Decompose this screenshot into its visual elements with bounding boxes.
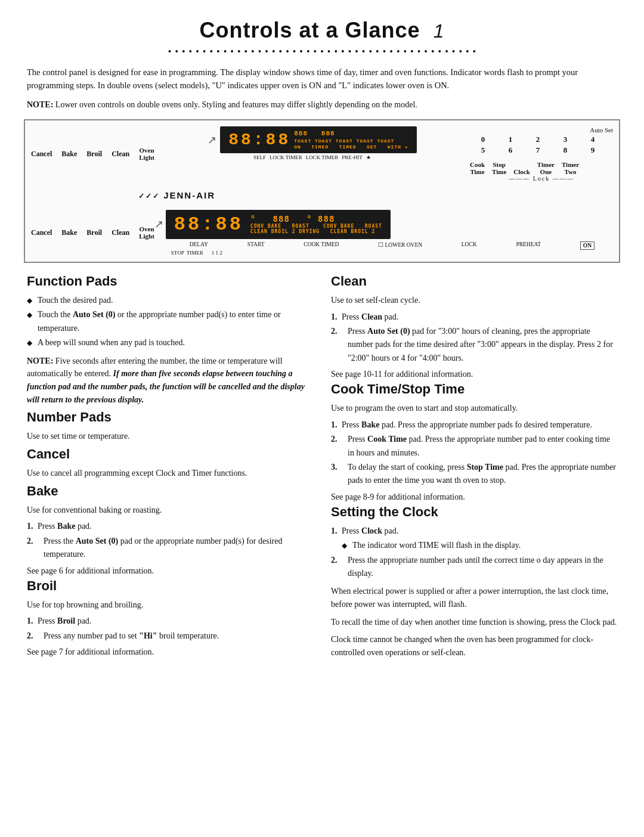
- diagram-center-top: ↗ 88:88 888 888 TOAST TOAST TOAST TOAST …: [154, 126, 470, 182]
- section-function-pads: Function Pads Touch the desired pad. Tou…: [27, 274, 313, 406]
- lbl-lower-oven: ☐ LOWER OVEN: [378, 241, 422, 250]
- broil-body: Use for top browning and broiling.: [27, 599, 313, 612]
- lbl-start: START: [247, 241, 265, 250]
- left-column: Function Pads Touch the desired pad. Tou…: [27, 274, 313, 663]
- bake-step-2: 2.Press the Auto Set (0) pad or the appr…: [27, 535, 313, 562]
- brand-row: ✓✓✓ JENN-AIR: [31, 185, 613, 206]
- bake-title: Bake: [27, 483, 313, 499]
- fp-note: NOTE: Five seconds after entering the nu…: [27, 355, 313, 407]
- broil-step-2: 2.Press any number pad to set "Hi" broil…: [27, 630, 313, 643]
- section-broil: Broil Use for top browning and broiling.…: [27, 578, 313, 657]
- label-ovenlight-2: OvenLight: [139, 225, 154, 240]
- clock-body-2: When electrical power is supplied or aft…: [331, 585, 617, 610]
- numpad-8: 8: [552, 145, 578, 155]
- numpad-top-row: 0 1 2 3 4: [470, 135, 613, 144]
- diagram-top-row: Cancel Bake Broil Clean OvenLight ↗ 88:8…: [31, 126, 613, 182]
- label-broil-1: Broil: [86, 150, 102, 159]
- ct-step-1: 1.Press Bake pad. Press the appropriate …: [331, 418, 617, 432]
- fp-bullet-2: Touch the Auto Set (0) or the appropriat…: [27, 308, 313, 335]
- autoset-label: Auto Set: [470, 126, 613, 134]
- label-clean-2: Clean: [112, 228, 129, 237]
- fp-italic: If more than five seconds elapse between…: [27, 369, 305, 404]
- diagram-bottom-row: Cancel Bake Broil Clean OvenLight ↗ 88:8…: [31, 210, 613, 256]
- display-segments: 888 888 TOAST TOAST TOAST TOAST TOASTON …: [294, 130, 408, 150]
- note-paragraph: NOTE: Lower oven controls on double oven…: [24, 98, 620, 111]
- lbl-on-btn: ON: [580, 241, 595, 250]
- func-cook-time: CookTime: [470, 161, 485, 175]
- bottom-labels: DELAY START COOK TIMED ☐ LOWER OVEN LOCK…: [154, 241, 613, 250]
- cook-time-body: Use to program the oven to start and sto…: [331, 402, 617, 415]
- display-time: 88:88: [228, 131, 290, 149]
- right-column: Clean Use to set self-clean cycle. 1.Pre…: [331, 274, 617, 663]
- diagram-right: Auto Set 0 1 2 3 4 5 6 7 8 9 CookTime St…: [470, 126, 613, 182]
- ct-step-2: 2.Press Cook Time pad. Press the appropr…: [331, 433, 617, 460]
- diagram-labels-left: Cancel Bake Broil Clean OvenLight: [31, 126, 154, 182]
- broil-title: Broil: [27, 578, 313, 594]
- lbl-lock: LOCK: [462, 241, 477, 250]
- clock-steps: 1.Press Clock pad. The indicator word TI…: [331, 525, 617, 581]
- clean-step-1: 1.Press Clean pad.: [331, 311, 617, 324]
- diagram-center-bottom: ↗ 88:88 ° 888 ° 888 CONV BAKE ROAST CONV…: [154, 210, 613, 256]
- decorative-dots-row: ••••• ••••• ••••• ••••• ••••• ••••• ••••…: [24, 46, 620, 57]
- clock-bullet-1: The indicator word TIME will flash in th…: [342, 539, 617, 552]
- label-bake-2: Bake: [61, 228, 77, 237]
- segment-mid-2: 888: [318, 214, 335, 224]
- lbl-preheat: PREHEAT: [516, 241, 541, 250]
- brand-label: ✓✓✓ JENN-AIR: [138, 190, 215, 200]
- diagram-labels-left-2: Cancel Bake Broil Clean OvenLight: [31, 210, 154, 256]
- cook-time-title: Cook Time/Stop Time: [331, 382, 617, 397]
- ct-step-3: 3.To delay the start of cooking, press S…: [331, 461, 617, 488]
- bake-see-page: See page 6 for additional information.: [27, 566, 313, 576]
- bake-steps: 1.Press Bake pad. 2.Press the Auto Set (…: [27, 520, 313, 561]
- bottom-sub-labels: STOP TIMER 1 1 2: [154, 250, 222, 256]
- numpad-9: 9: [580, 145, 606, 155]
- label-cancel-1: Cancel: [31, 150, 52, 159]
- note-label: NOTE:: [27, 100, 53, 109]
- display-time-2: 88:88: [174, 213, 243, 235]
- label-cancel-2: Cancel: [31, 228, 52, 237]
- numpad-7: 7: [525, 145, 551, 155]
- content-columns: Function Pads Touch the desired pad. Tou…: [24, 274, 620, 663]
- lock-label: ——— Lock ———: [470, 175, 613, 182]
- broil-see-page: See page 7 for additional information.: [27, 647, 313, 657]
- clock-step-1b: The indicator word TIME will flash in th…: [331, 539, 617, 552]
- note-body: Lower oven controls on double ovens only…: [55, 100, 417, 109]
- cook-time-steps: 1.Press Bake pad. Press the appropriate …: [331, 418, 617, 488]
- cancel-title: Cancel: [27, 447, 313, 462]
- page-title: Controls at a Glance 1: [24, 18, 620, 43]
- intro-paragraph: The control panel is designed for ease i…: [24, 66, 620, 92]
- clean-see-page: See page 10-11 for additional informatio…: [331, 370, 617, 379]
- numpad-0: 0: [470, 135, 496, 144]
- label-broil-2: Broil: [86, 228, 102, 237]
- numpad-3: 3: [552, 135, 578, 144]
- cook-time-see-page: See page 8-9 for additional information.: [331, 492, 617, 502]
- clean-title: Clean: [331, 274, 617, 289]
- numpad-bottom-row: 5 6 7 8 9: [470, 145, 613, 155]
- clock-body-3: To recall the time of day when another t…: [331, 616, 617, 629]
- lcd-display-top: 88:88 888 888 TOAST TOAST TOAST TOAST TO…: [220, 126, 416, 153]
- numpad-1: 1: [497, 135, 524, 144]
- cancel-body: Use to cancel all programming except Clo…: [27, 467, 313, 480]
- function-pads-title: Function Pads: [27, 274, 313, 289]
- func-stop-time: StopTime: [492, 161, 506, 175]
- label-ovenlight-1: OvenLight: [139, 147, 154, 161]
- clock-step-1: 1.Press Clock pad.: [331, 525, 617, 538]
- broil-step-1: 1.Press Broil pad.: [27, 615, 313, 628]
- fp-bullet-1: Touch the desired pad.: [27, 294, 313, 307]
- numpad-2: 2: [525, 135, 551, 144]
- lbl-cook: COOK TIMED: [304, 241, 339, 250]
- indicator-conv-bake: °: [250, 214, 267, 224]
- clock-step-2: 2.Press the appropriate number pads unti…: [331, 554, 617, 581]
- lcd-display-bottom: 88:88 ° 888 ° 888 CONV BAKE ROAST CONV B…: [166, 210, 391, 239]
- label-clean-1: Clean: [112, 150, 129, 159]
- func-clock: Clock: [513, 168, 530, 175]
- function-pads-bullets: Touch the desired pad. Touch the Auto Se…: [27, 294, 313, 350]
- indicator-conv-bake-2: °: [295, 214, 312, 224]
- section-cancel: Cancel Use to cancel all programming exc…: [27, 447, 313, 480]
- func-timer-one: TimerOne: [537, 161, 555, 175]
- clean-steps: 1.Press Clean pad. 2.Press Auto Set (0) …: [331, 311, 617, 365]
- func-timer-two: TimerTwo: [562, 161, 579, 175]
- bake-step-1: 1.Press Bake pad.: [27, 520, 313, 533]
- bake-body: Use for conventional baking or roasting.: [27, 504, 313, 517]
- clean-body: Use to set self-clean cycle.: [331, 294, 617, 307]
